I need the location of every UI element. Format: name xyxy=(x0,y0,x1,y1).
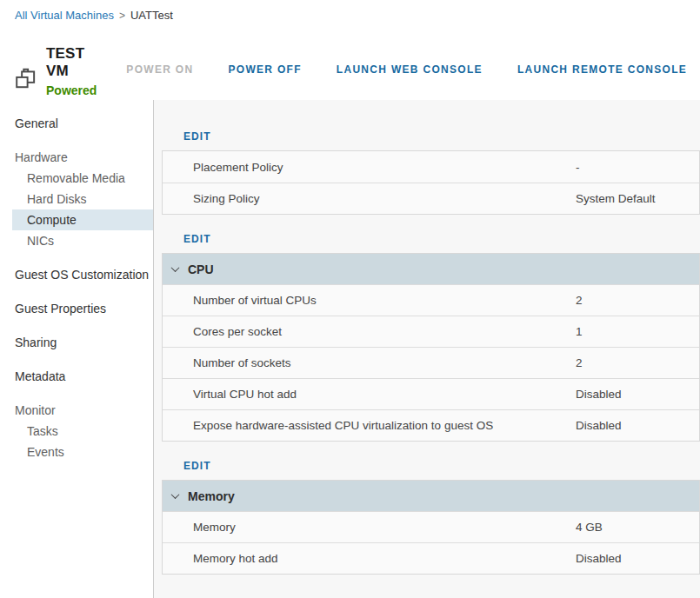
breadcrumb: All Virtual Machines > UATTest xyxy=(0,0,700,22)
sidebar-item-removable-media[interactable]: Removable Media xyxy=(12,168,153,189)
chevron-down-icon[interactable] xyxy=(171,490,180,499)
sidebar-item-sharing[interactable]: Sharing xyxy=(12,332,153,353)
row-value: 1 xyxy=(576,325,699,338)
row-label: Placement Policy xyxy=(163,161,576,174)
power-on-button: POWER ON xyxy=(126,63,193,76)
launch-web-console-button[interactable]: LAUNCH WEB CONSOLE xyxy=(337,63,483,76)
table-row: Memory 4 GB xyxy=(163,511,699,542)
memory-section-header[interactable]: Memory xyxy=(163,481,699,511)
row-value: - xyxy=(576,161,699,174)
row-value: Disabled xyxy=(576,552,699,565)
row-label: Number of sockets xyxy=(163,356,576,369)
row-value: System Default xyxy=(576,192,699,205)
sidebar-group-hardware: Hardware xyxy=(12,147,153,168)
row-value: 2 xyxy=(576,356,699,369)
breadcrumb-separator-icon: > xyxy=(119,10,125,22)
sidebar-item-compute[interactable]: Compute xyxy=(12,209,153,230)
vm-icon xyxy=(14,67,38,90)
edit-policies-button[interactable]: EDIT xyxy=(183,130,211,143)
cpu-section-header[interactable]: CPU xyxy=(163,254,699,284)
sidebar-item-metadata[interactable]: Metadata xyxy=(12,366,153,387)
row-value: 2 xyxy=(576,294,699,307)
cpu-table: CPU Number of virtual CPUs 2 Cores per s… xyxy=(162,253,700,442)
sidebar-item-general[interactable]: General xyxy=(12,113,153,134)
row-value: Disabled xyxy=(576,388,699,401)
vm-action-bar: POWER ON POWER OFF LAUNCH WEB CONSOLE LA… xyxy=(126,63,700,76)
table-row: Expose hardware-assisted CPU virtualizat… xyxy=(163,409,699,441)
sidebar-nav: General Hardware Removable Media Hard Di… xyxy=(0,100,154,598)
row-value: Disabled xyxy=(576,419,699,432)
breadcrumb-current: UATTest xyxy=(130,9,173,22)
table-row: Number of virtual CPUs 2 xyxy=(163,284,699,316)
edit-memory-button[interactable]: EDIT xyxy=(183,460,211,472)
sidebar-item-guest-os-customization[interactable]: Guest OS Customization xyxy=(12,264,153,285)
power-off-button[interactable]: POWER OFF xyxy=(228,63,301,76)
row-label: Memory hot add xyxy=(163,552,576,565)
row-label: Memory xyxy=(163,521,576,534)
sidebar-item-hard-disks[interactable]: Hard Disks xyxy=(12,189,153,209)
section-title: CPU xyxy=(188,262,214,276)
launch-remote-console-button[interactable]: LAUNCH REMOTE CONSOLE xyxy=(517,63,687,76)
memory-section: EDIT Memory Memory 4 GB Memory hot add D… xyxy=(162,457,700,575)
cpu-section: EDIT CPU Number of virtual CPUs 2 Cores … xyxy=(162,230,700,442)
chevron-down-icon[interactable] xyxy=(171,263,180,272)
row-value: 4 GB xyxy=(576,521,699,534)
sidebar-item-events[interactable]: Events xyxy=(12,442,153,462)
compute-detail-pane: EDIT Placement Policy - Sizing Policy Sy… xyxy=(154,100,700,598)
page-header: All Virtual Machines > UATTest TEST VM P… xyxy=(0,0,700,100)
policies-section: EDIT Placement Policy - Sizing Policy Sy… xyxy=(162,128,700,215)
row-label: Sizing Policy xyxy=(163,192,576,205)
row-label: Expose hardware-assisted CPU virtualizat… xyxy=(163,419,576,432)
table-row: Virtual CPU hot add Disabled xyxy=(163,378,699,409)
table-row: Number of sockets 2 xyxy=(163,347,699,378)
sidebar-item-nics[interactable]: NICs xyxy=(12,230,153,251)
row-label: Number of virtual CPUs xyxy=(163,294,576,307)
sidebar-item-tasks[interactable]: Tasks xyxy=(12,421,153,442)
sidebar-group-monitor: Monitor xyxy=(12,400,153,421)
row-label: Cores per socket xyxy=(163,325,576,338)
table-row: Sizing Policy System Default xyxy=(163,183,699,214)
table-row: Cores per socket 1 xyxy=(163,316,699,347)
row-label: Virtual CPU hot add xyxy=(163,388,576,401)
edit-cpu-button[interactable]: EDIT xyxy=(183,233,211,245)
table-row: Placement Policy - xyxy=(163,151,699,183)
sidebar-item-guest-properties[interactable]: Guest Properties xyxy=(12,298,153,319)
section-title: Memory xyxy=(188,489,235,503)
memory-table: Memory Memory 4 GB Memory hot add Disabl… xyxy=(162,480,700,575)
vm-name: TEST VM xyxy=(46,45,97,80)
policies-table: Placement Policy - Sizing Policy System … xyxy=(162,150,700,215)
table-row: Memory hot add Disabled xyxy=(163,542,699,574)
breadcrumb-link-all-vms[interactable]: All Virtual Machines xyxy=(15,9,114,22)
